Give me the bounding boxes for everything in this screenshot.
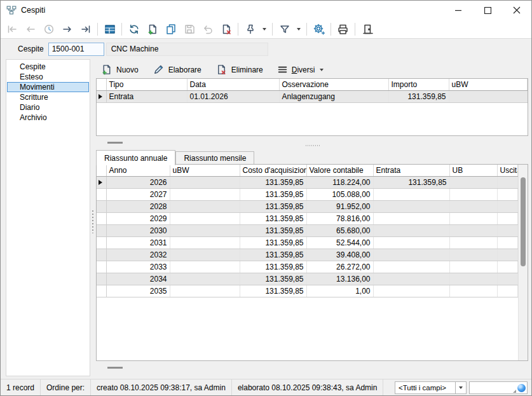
scrollbar-thumb[interactable] <box>521 177 526 266</box>
column-header-anno[interactable]: Anno <box>106 165 170 176</box>
sidebar-item-cespite[interactable]: Cespite <box>7 62 89 72</box>
cell-anno[interactable]: 2026 <box>106 176 170 188</box>
cell-ubw[interactable] <box>170 188 240 200</box>
cell-entrata[interactable] <box>373 285 449 297</box>
settings-button[interactable] <box>310 21 328 38</box>
cell-costo[interactable]: 131.359,85 <box>240 212 306 224</box>
field-filter-dropdown-button[interactable] <box>456 381 467 394</box>
first-record-button[interactable] <box>3 21 21 38</box>
pin-button[interactable] <box>241 21 259 38</box>
table-row[interactable]: 2027131.359,85105.088,00 <box>97 188 518 200</box>
cell-anno[interactable]: 2030 <box>106 224 170 236</box>
cell-valore[interactable]: 78.816,00 <box>306 212 373 224</box>
cell-valore[interactable]: 26.272,00 <box>306 261 373 273</box>
column-header-osservazione[interactable]: Osservazione <box>279 79 388 90</box>
cell-valore[interactable]: 39.408,00 <box>306 249 373 261</box>
field-filter-value[interactable]: <Tutti i campi> <box>395 381 456 394</box>
history-icon[interactable] <box>39 21 58 38</box>
cell-ubw[interactable] <box>170 200 240 212</box>
cell-osservazione[interactable]: Anlagenzugang <box>279 90 388 102</box>
cell-entrata[interactable] <box>373 273 449 285</box>
row-selector[interactable] <box>97 236 106 249</box>
sidebar-item-esteso[interactable]: Esteso <box>7 72 89 82</box>
cell-anno[interactable]: 2028 <box>106 200 170 212</box>
column-header-valore[interactable]: Valore contabile <box>306 165 373 176</box>
cell-entrata[interactable]: 131.359,85 <box>373 176 449 188</box>
cell-valore[interactable]: 105.088,00 <box>306 188 373 200</box>
sidebar-item-archivio[interactable]: Archivio <box>7 113 89 123</box>
table-row[interactable]: 2029131.359,8578.816,00 <box>97 212 518 224</box>
cell-ubw[interactable] <box>170 273 240 285</box>
diversi-button[interactable]: Diversi <box>277 64 324 75</box>
nuovo-button[interactable]: Nuovo <box>100 64 139 76</box>
column-header-entrata[interactable]: Entrata <box>373 165 449 176</box>
cell-uscita[interactable] <box>497 200 518 212</box>
row-selector[interactable] <box>97 188 106 200</box>
delete-record-button[interactable] <box>217 21 235 38</box>
maximize-button[interactable] <box>473 1 502 20</box>
cell-valore[interactable]: 91.952,00 <box>306 200 373 212</box>
cell-ubw[interactable] <box>170 249 240 261</box>
cell-anno[interactable]: 2032 <box>106 249 170 261</box>
cell-valore[interactable]: 65.680,00 <box>306 224 373 236</box>
table-row[interactable]: 2026131.359,85118.224,00131.359,85 <box>97 176 518 188</box>
splitter-handle[interactable] <box>107 367 123 369</box>
copy-button[interactable] <box>161 21 180 38</box>
cell-entrata[interactable] <box>373 261 449 273</box>
column-header-tipo[interactable]: Tipo <box>106 79 187 90</box>
undo-button[interactable] <box>198 21 217 38</box>
vertical-scrollbar[interactable] <box>518 165 528 360</box>
cell-uscita[interactable] <box>497 212 518 224</box>
cell-ubw[interactable] <box>170 261 240 273</box>
column-header-ubw[interactable]: uBW <box>170 165 240 176</box>
cell-entrata[interactable] <box>373 200 449 212</box>
cell-uscita[interactable] <box>497 224 518 236</box>
row-selector[interactable] <box>97 212 106 224</box>
cell-anno[interactable]: 2031 <box>106 236 170 249</box>
new-record-button[interactable] <box>143 21 161 38</box>
cell-ub[interactable] <box>449 285 497 297</box>
cell-anno[interactable]: 2029 <box>106 212 170 224</box>
cell-uscita[interactable] <box>497 273 518 285</box>
cell-ub[interactable] <box>449 200 497 212</box>
previous-record-button[interactable] <box>21 21 39 38</box>
cell-entrata[interactable] <box>373 212 449 224</box>
tab-riassunto-mensile[interactable]: Riassunto mensile <box>175 151 254 165</box>
table-view-button[interactable] <box>100 21 119 38</box>
cell-ubw[interactable] <box>170 212 240 224</box>
refresh-button[interactable] <box>125 21 143 38</box>
cell-valore[interactable]: 52.544,00 <box>306 236 373 249</box>
cell-ub[interactable] <box>449 224 497 236</box>
column-header-uscita[interactable]: Uscita <box>497 165 518 176</box>
next-record-button[interactable] <box>58 21 76 38</box>
cell-anno[interactable]: 2035 <box>106 285 170 297</box>
cell-ubw[interactable] <box>170 176 240 188</box>
table-row[interactable]: 2030131.359,8565.680,00 <box>97 224 518 236</box>
row-selector[interactable] <box>97 90 106 102</box>
minimize-button[interactable] <box>444 1 473 20</box>
cell-costo[interactable]: 131.359,85 <box>240 224 306 236</box>
cell-costo[interactable]: 131.359,85 <box>240 285 306 297</box>
cell-uscita[interactable] <box>497 176 518 188</box>
table-row[interactable]: 2031131.359,8552.544,00 <box>97 236 518 249</box>
cell-entrata[interactable] <box>373 249 449 261</box>
table-row[interactable]: 2035131.359,851,00 <box>97 285 518 297</box>
cell-uscita[interactable] <box>497 188 518 200</box>
cell-costo[interactable]: 131.359,85 <box>240 176 306 188</box>
sidebar-item-scritture[interactable]: Scritture <box>7 92 89 102</box>
cell-costo[interactable]: 131.359,85 <box>240 200 306 212</box>
cell-costo[interactable]: 131.359,85 <box>240 261 306 273</box>
table-row[interactable]: 2032131.359,8539.408,00 <box>97 249 518 261</box>
quick-search-box[interactable] <box>469 381 528 394</box>
globe-search-icon[interactable] <box>517 384 526 392</box>
exit-button[interactable] <box>358 21 376 38</box>
cell-uscita[interactable] <box>497 236 518 249</box>
cespite-code-input[interactable] <box>48 43 104 56</box>
table-row[interactable]: 2033131.359,8526.272,00 <box>97 261 518 273</box>
horizontal-splitter-top[interactable] <box>96 136 529 149</box>
filter-dropdown-button[interactable] <box>294 21 304 38</box>
splitter-handle[interactable] <box>107 142 123 144</box>
cell-uscita[interactable] <box>497 285 518 297</box>
row-selector[interactable] <box>97 176 106 188</box>
cell-ub[interactable] <box>449 249 497 261</box>
